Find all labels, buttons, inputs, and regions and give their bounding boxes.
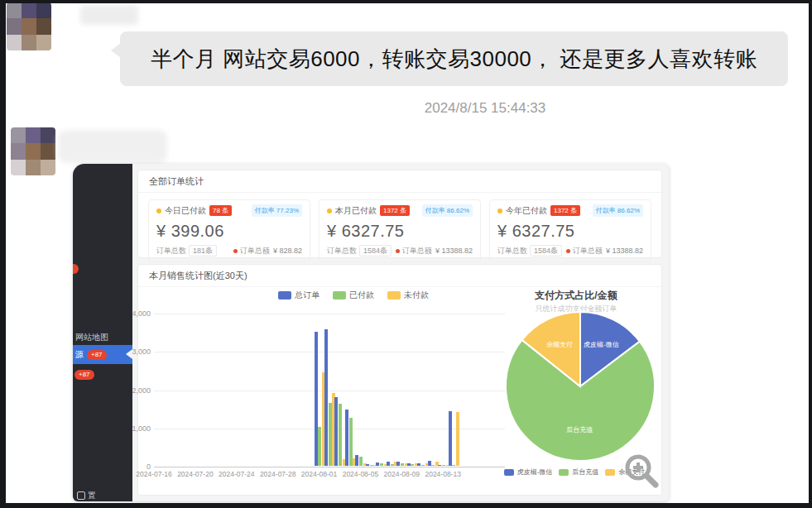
- blurred-sender-name: [80, 5, 138, 25]
- stat-card-today: 今日已付款 78 条 付款率 77.23% ¥ 399.06 订单总数 181条…: [148, 199, 310, 262]
- sales-chart-panel: 本月销售统计图(近30天) 总订单已付款未付款 01,0002,0003,000…: [137, 264, 662, 496]
- avatar-pixel: [22, 2, 36, 18]
- bar-总订单-2024-08-04: [345, 410, 348, 466]
- legend-item[interactable]: 未付款: [387, 290, 429, 301]
- chat-bubble: 半个月 网站交易6000，转账交易30000， 还是更多人喜欢转账: [120, 31, 788, 86]
- stat-label: 今年已付款: [506, 205, 547, 217]
- bar-已付款-2024-08-03: [339, 404, 342, 466]
- bar-总订单-2024-08-12: [428, 461, 431, 466]
- order-sum-label: 订单总额: [402, 246, 432, 256]
- count-badge: 1372 条: [380, 205, 410, 216]
- avatar[interactable]: [11, 127, 55, 175]
- yellow-dot-icon: [156, 208, 161, 213]
- bar-总订单-2024-08-09: [396, 462, 400, 466]
- y-axis-tick-label: 2,000: [121, 386, 151, 395]
- bar-总订单-2024-08-13: [438, 465, 441, 466]
- bar-总订单-2024-08-02: [324, 329, 328, 466]
- legend-swatch-icon: [605, 469, 615, 476]
- bar-已付款-2024-08-14: [452, 465, 455, 466]
- amount-value: ¥ 6327.75: [497, 222, 643, 241]
- orders-stats-panel: 全部订单统计 今日已付款 78 条 付款率 77.23% ¥ 399.06 订单…: [137, 170, 662, 258]
- legend-label: 已付款: [349, 290, 374, 301]
- admin-sidebar: 网站地图 源 +87 +87 置: [73, 164, 132, 501]
- avatar-pixel: [11, 160, 26, 175]
- avatar-pixel: [41, 143, 55, 159]
- bar-已付款-2024-08-06: [370, 465, 373, 466]
- orange-dot-icon: [396, 249, 400, 253]
- avatar[interactable]: [7, 2, 51, 50]
- x-axis-line: [154, 467, 505, 467]
- count-badge: +87: [74, 370, 94, 380]
- avatar-pixel: [26, 160, 41, 175]
- zoom-in-icon[interactable]: [622, 451, 661, 491]
- legend-label: 后台充值: [572, 467, 598, 477]
- order-count-value: 1584条: [530, 245, 562, 256]
- gridline: [154, 314, 505, 314]
- chat-message-text: 半个月 网站交易6000，转账交易30000， 还是更多人喜欢转账: [151, 45, 757, 74]
- bar-总订单-2024-08-14: [449, 411, 452, 466]
- legend-swatch-icon: [504, 469, 514, 476]
- stat-cards-row: 今日已付款 78 条 付款率 77.23% ¥ 399.06 订单总数 181条…: [138, 193, 661, 269]
- legend-item[interactable]: 已付款: [333, 290, 374, 301]
- order-count-value: 1584条: [359, 245, 392, 256]
- bar-总订单-2024-08-07: [376, 462, 379, 466]
- avatar-pixel: [36, 35, 51, 50]
- notification-dot: [73, 264, 79, 274]
- amount-value: ¥ 399.06: [156, 222, 302, 241]
- bar-已付款-2024-08-05: [359, 457, 363, 466]
- bar-未付款-2024-08-14: [456, 412, 459, 466]
- order-sum-value: ¥ 828.82: [273, 247, 302, 255]
- avatar-pixel: [11, 143, 26, 159]
- avatar-pixel: [7, 2, 22, 18]
- window-frame-bottom: [0, 503, 812, 508]
- dashboard-screenshot[interactable]: 网站地图 源 +87 +87 置 全部订单统计 今日已付款 78 条: [73, 164, 669, 501]
- sales-panel-title: 本月销售统计图(近30天): [138, 265, 661, 287]
- y-axis-tick-label: 1,000: [121, 424, 151, 433]
- gridline: [154, 352, 505, 352]
- legend-item[interactable]: 后台充值: [559, 467, 598, 477]
- chart-body: 总订单已付款未付款 01,0002,0003,0004,0002024-07-1…: [138, 287, 661, 497]
- window-frame-left: [0, 0, 6, 508]
- count-badge: +87: [87, 350, 107, 360]
- settings-icon: [77, 491, 85, 500]
- sidebar-item-settings[interactable]: 置: [77, 490, 96, 501]
- pay-rate-badge: 付款率 77.23%: [252, 204, 302, 217]
- pie-chart-title: 支付方式占比/金额: [489, 289, 663, 303]
- avatar-pixel: [26, 143, 41, 159]
- avatar-pixel: [36, 18, 51, 34]
- bar-已付款-2024-08-01: [318, 427, 321, 466]
- stat-label: 本月已付款: [335, 205, 377, 217]
- bar-总订单-2024-08-06: [366, 464, 369, 466]
- bar-已付款-2024-08-11: [421, 465, 425, 466]
- legend-item[interactable]: 总订单: [278, 290, 320, 301]
- message-timestamp: 2024/8/15 15:44:33: [162, 100, 808, 117]
- y-axis-tick-label: 3,000: [121, 347, 151, 356]
- gridline: [154, 391, 505, 391]
- bar-总订单-2024-08-11: [417, 463, 420, 466]
- legend-item[interactable]: 虎皮椒-微信: [504, 467, 553, 477]
- order-count-label: 订单总数: [327, 246, 357, 256]
- bar-已付款-2024-08-09: [401, 463, 404, 466]
- legend-label: 虎皮椒-微信: [517, 467, 553, 477]
- bar-已付款-2024-08-12: [431, 465, 435, 466]
- sidebar-item-sitemap[interactable]: 网站地图: [75, 332, 108, 343]
- yellow-dot-icon: [497, 208, 502, 213]
- avatar-pixel: [11, 127, 26, 143]
- order-count-value: 181条: [189, 245, 217, 256]
- stat-card-month: 本月已付款 1372 条 付款率 86.62% ¥ 6327.75 订单总数 1…: [319, 199, 481, 262]
- legend-swatch-icon: [559, 469, 569, 476]
- orders-panel-title: 全部订单统计: [138, 170, 661, 193]
- stat-label: 今日已付款: [165, 205, 206, 217]
- order-sum-label: 订单总额: [240, 246, 270, 256]
- avatar-pixel: [41, 127, 55, 143]
- order-sum-label: 订单总额: [573, 246, 603, 256]
- order-count-label: 订单总数: [156, 246, 186, 256]
- pie-slice-label: 后台充值: [566, 426, 593, 434]
- blurred-sender-name: [58, 130, 167, 163]
- bar-已付款-2024-08-08: [391, 464, 394, 466]
- pie-slice-label: 余额支付: [546, 341, 573, 348]
- bar-已付款-2024-08-02: [329, 403, 332, 466]
- avatar-pixel: [22, 18, 36, 34]
- avatar-pixel: [22, 35, 36, 50]
- avatar-pixel: [7, 18, 22, 34]
